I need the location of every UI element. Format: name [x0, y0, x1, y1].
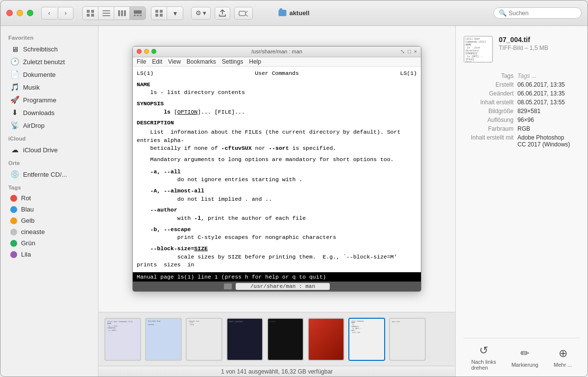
status-bar: 1 von 141 ausgewählt, 16,32 GB verfügbar [98, 366, 455, 377]
sidebar-item-airdrop[interactable]: 📡 AirDrop [2, 119, 96, 132]
svg-rect-3 [91, 14, 94, 17]
tags-value[interactable]: Tags ... [517, 72, 580, 79]
nav-back-button[interactable]: ‹ [41, 7, 57, 20]
menu-view[interactable]: View [168, 58, 181, 65]
meta-inhalt-erstellt: Inhalt erstellt 08.05.2017, 13:55 [464, 99, 580, 106]
nav-forward-button[interactable]: › [58, 7, 74, 20]
search-input[interactable] [509, 10, 576, 17]
markierung-action[interactable]: ✏ Markierung [512, 347, 539, 368]
thumbnail-1[interactable]: LS(1) User Commands LS(1)NAME ls - listS… [104, 318, 141, 361]
close-button[interactable] [6, 10, 13, 16]
favorites-label: Favoriten [0, 31, 98, 43]
sidebar-item-musik[interactable]: 🎵 Musik [2, 81, 96, 94]
tags-label: Tags [0, 181, 98, 192]
bildgroesse-value: 829×581 [517, 108, 580, 115]
thumbnail-3[interactable]: options text--all--help [186, 318, 222, 361]
sidebar-item-entfernte[interactable]: 💿 Entfernte CD/... [2, 168, 96, 181]
view-icon-button[interactable] [83, 7, 98, 20]
sidebar-item-icloud[interactable]: ☁ iCloud Drive [2, 143, 96, 156]
menu-bookmarks[interactable]: Bookmarks [187, 58, 216, 65]
tag-dot-blau [10, 206, 17, 213]
inhalt-erstellt-label: Inhalt erstellt [464, 99, 517, 106]
inhalt-erstellt-value: 08.05.2017, 13:55 [517, 99, 580, 106]
view-group-button[interactable] [151, 7, 167, 20]
sidebar-item-icloud-label: iCloud Drive [23, 146, 58, 154]
view-cover-button[interactable] [130, 7, 146, 20]
sidebar-item-rot[interactable]: Rot [2, 192, 96, 204]
thumb-6-preview [309, 319, 343, 360]
terminal-icon-1[interactable]: ⤡ [400, 48, 405, 55]
svg-rect-6 [102, 15, 110, 16]
tag-button[interactable] [234, 7, 253, 20]
tag-dot-gruen [10, 240, 17, 247]
meta-geaendert: Geändert 06.06.2017, 13:35 [464, 90, 580, 97]
bildgroesse-label: Bildgröße [464, 108, 517, 115]
tag-dot-lila [10, 251, 17, 258]
menu-settings[interactable]: Settings [222, 58, 243, 65]
thumbnail-7[interactable]: LS(1) CommandsNAME lsSYNOPSIS ls [OPT]..… [348, 318, 385, 361]
thumbnail-6[interactable] [308, 318, 344, 361]
airdrop-icon: 📡 [10, 121, 19, 130]
sidebar-item-zuletzt-label: Zuletzt benutzt [23, 58, 65, 66]
terminal-icon-2[interactable]: □ [408, 48, 411, 55]
thumb-1-preview: LS(1) User Commands LS(1)NAME ls - listS… [105, 319, 140, 360]
mehr-action[interactable]: ⊕ Mehr ... [554, 347, 572, 368]
share-button[interactable] [215, 7, 230, 20]
sidebar-item-gelb[interactable]: Gelb [2, 215, 96, 226]
markierung-label: Markierung [512, 362, 539, 368]
thumbnail-8[interactable]: more text [389, 318, 426, 361]
search-bar[interactable]: 🔍 [493, 7, 582, 19]
thumbnail-2[interactable]: File Edit Viewcontent... [145, 318, 182, 361]
inhalt-mit-label: Inhalt erstellt mit [464, 134, 517, 148]
thumb-3-preview: options text--all--help [187, 319, 221, 360]
window-title: aktuell [278, 9, 309, 17]
sidebar-item-lila[interactable]: Lila [2, 249, 96, 260]
terminal-synopsis-label: SYNOPSIS [137, 100, 417, 108]
maximize-button[interactable] [27, 10, 33, 16]
view-list-button[interactable] [98, 7, 114, 20]
sidebar-item-schreibtisch[interactable]: 🖥 Schreibtisch [2, 43, 96, 55]
svg-rect-0 [87, 10, 90, 13]
terminal-header-center: User Commands [255, 70, 299, 78]
sidebar-item-zuletzt[interactable]: 🕐 Zuletzt benutzt [2, 55, 96, 68]
meta-inhalt-mit: Inhalt erstellt mit Adobe PhotoshopCC 20… [464, 134, 580, 148]
svg-rect-4 [102, 10, 110, 11]
view-group-dropdown[interactable]: ▾ [167, 7, 183, 20]
terminal-synopsis-section: SYNOPSIS ls [OPTION]... [FILE]... [137, 100, 417, 116]
terminal-opt-a: -a, --all do not ignore entries starting… [137, 168, 417, 184]
sidebar-item-gruen[interactable]: Grün [2, 237, 96, 249]
minimize-button[interactable] [17, 10, 23, 16]
menu-file[interactable]: File [137, 58, 146, 65]
menu-edit[interactable]: Edit [152, 58, 162, 65]
terminal-name-content: ls - list directory contents [137, 89, 417, 97]
sidebar-item-blau[interactable]: Blau [2, 204, 96, 215]
view-columns-button[interactable] [114, 7, 130, 20]
sidebar-item-dokumente[interactable]: 📄 Dokumente [2, 68, 96, 81]
terminal-menubar: File Edit View Bookmarks Settings Help [133, 57, 421, 67]
terminal-minimize[interactable] [144, 49, 149, 54]
sidebar-item-downloads[interactable]: ⬇ Downloads [2, 106, 96, 119]
info-panel-bottom: ↺ Nach linksdrehen ✏ Markierung ⊕ Mehr .… [464, 338, 580, 377]
terminal-maximize[interactable] [151, 49, 156, 54]
dokumente-icon: 📄 [10, 70, 19, 79]
mehr-icon: ⊕ [559, 347, 567, 360]
terminal-close[interactable] [137, 49, 142, 54]
meta-aufloesung: Auflösung 96×96 [464, 117, 580, 123]
rotate-action[interactable]: ↺ Nach linksdrehen [471, 344, 496, 371]
thumb-7-preview: LS(1) CommandsNAME lsSYNOPSIS ls [OPT]..… [349, 319, 384, 360]
thumbnail-5[interactable]: black [267, 318, 304, 361]
terminal-bottom-path: /usr/share/man : man [236, 283, 330, 290]
title-bar: ‹ › [0, 0, 588, 26]
settings-button[interactable]: ⚙▾ [191, 7, 211, 20]
sidebar-item-airdrop-label: AirDrop [23, 122, 45, 129]
action-buttons: ⚙▾ [191, 7, 253, 20]
sidebar-item-programme[interactable]: 🚀 Programme [2, 94, 96, 106]
sidebar-item-cineaste[interactable]: cineaste [2, 226, 96, 237]
tag-label-gelb: Gelb [21, 217, 34, 224]
farbraum-value: RGB [517, 125, 580, 132]
menu-help[interactable]: Help [249, 58, 261, 65]
tag-label-rot: Rot [21, 194, 31, 202]
thumbnail-4[interactable]: dark content [226, 318, 263, 361]
terminal-icon-3[interactable]: × [414, 48, 417, 55]
svg-rect-5 [102, 13, 110, 14]
